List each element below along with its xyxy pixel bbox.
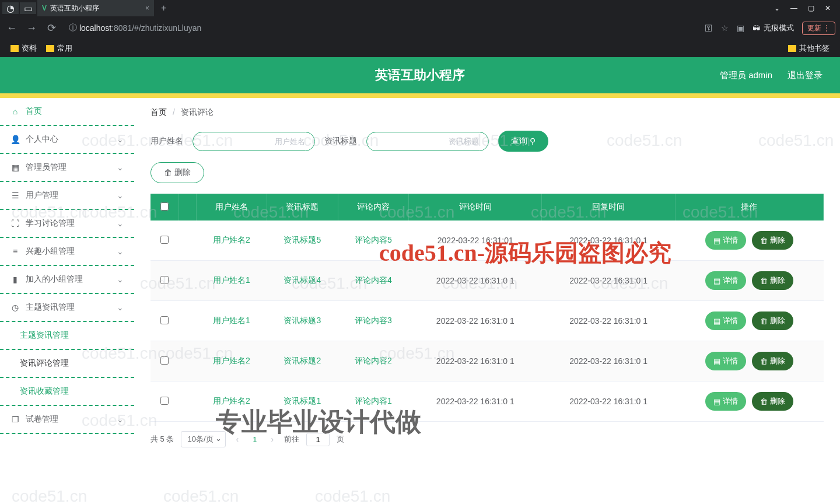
detail-button[interactable]: ▤ 详情 [705, 352, 746, 370]
extension-icon[interactable]: ▣ [737, 23, 744, 33]
th-index [178, 194, 196, 220]
breadcrumb-current: 资讯评论 [181, 107, 214, 117]
sidebar-item-joined[interactable]: ▮加入的小组管理⌄ [0, 266, 134, 294]
page-number[interactable]: 1 [249, 435, 260, 444]
logout-link[interactable]: 退出登录 [788, 70, 822, 81]
row-checkbox[interactable] [160, 356, 169, 365]
delete-button[interactable]: 🗑 删除 [752, 312, 793, 330]
update-button[interactable]: 更新 ⋮ [802, 22, 835, 35]
sidebar-item-discuss[interactable]: ⛶学习讨论管理⌄ [0, 210, 134, 238]
cell-user: 用户姓名2 [196, 382, 267, 422]
minimize-icon[interactable]: — [790, 4, 797, 12]
row-checkbox[interactable] [160, 276, 169, 284]
app-title: 英语互助小程序 [375, 66, 465, 84]
chevron-down-icon: ⌄ [117, 135, 124, 144]
row-checkbox[interactable] [160, 316, 169, 324]
detail-button[interactable]: ▤ 详情 [705, 312, 746, 330]
star-icon[interactable]: ☆ [721, 23, 729, 33]
tab-title: 英语互助小程序 [50, 4, 99, 13]
bookmark-item[interactable]: 资料 [10, 43, 37, 54]
cell-user: 用户姓名2 [196, 220, 267, 261]
page-input[interactable] [306, 433, 330, 446]
close-window-icon[interactable]: ✕ [825, 4, 831, 12]
new-tab-button[interactable]: + [161, 3, 166, 13]
other-bookmarks[interactable]: 其他书签 [788, 43, 830, 54]
chevron-down-icon: ⌄ [117, 163, 124, 172]
prev-page[interactable]: ‹ [233, 435, 243, 444]
submenu-comment-manage[interactable]: 资讯评论管理 [0, 350, 134, 378]
cell-title: 资讯标题2 [267, 341, 338, 382]
title-input[interactable] [366, 132, 489, 151]
bookmark-item[interactable]: 常用 [46, 43, 72, 54]
sidebar-item-admin[interactable]: ▦管理员管理⌄ [0, 154, 134, 182]
detail-button[interactable]: ▤ 详情 [705, 271, 746, 290]
vue-icon: V [42, 4, 47, 12]
sidebar-item-paper[interactable]: ❐试卷管理⌄ [0, 406, 134, 434]
key-icon[interactable]: ⚿ [705, 23, 713, 33]
search-label-title: 资讯标题 [324, 136, 357, 146]
close-icon[interactable]: × [145, 4, 149, 12]
search-label-username: 用户姓名 [150, 136, 183, 146]
tab-slot[interactable]: ▭ [20, 2, 36, 14]
doc-icon: ▤ [713, 357, 720, 366]
row-checkbox[interactable] [160, 236, 169, 244]
address-bar[interactable]: ⓘ localhost :8081 /#/zhutizixunLluyan [64, 23, 699, 33]
reload-button[interactable]: ⟳ [44, 22, 58, 34]
query-button[interactable]: 查询 ⚲ [498, 131, 548, 152]
submenu-favorite-manage[interactable]: 资讯收藏管理 [0, 378, 134, 406]
cell-rtime: 2022-03-22 16:31:0 1 [542, 301, 675, 341]
browser-tab-active[interactable]: V 英语互助小程序 × [37, 0, 154, 16]
sidebar-item-users[interactable]: ☰用户管理⌄ [0, 182, 134, 210]
cell-content: 评论内容1 [338, 382, 409, 422]
app-header: 英语互助小程序 管理员 admin 退出登录 [0, 57, 840, 93]
url-port: :8081 [111, 23, 132, 33]
cell-title: 资讯标题3 [267, 301, 338, 341]
table-row: 用户姓名2 资讯标题5 评论内容5 2022-03-22 16:31:01 20… [150, 220, 824, 261]
delete-button[interactable]: 🗑 删除 [752, 231, 793, 250]
search-row: 用户姓名 ○ 资讯标题 ○ 查询 ⚲ [150, 131, 824, 152]
breadcrumb-home[interactable]: 首页 [150, 107, 167, 117]
batch-delete-button[interactable]: 🗑 删除 [150, 162, 204, 183]
delete-button[interactable]: 🗑 删除 [752, 352, 793, 370]
browser-tabs: ◔ ▭ V 英语互助小程序 × + ⌄ — ▢ ✕ [0, 0, 840, 16]
th-checkbox [150, 194, 178, 220]
total-count: 共 5 条 [150, 434, 174, 444]
page-size-select[interactable]: 10条/页 ⌄ [181, 431, 225, 447]
th-username: 用户姓名 [196, 194, 267, 220]
th-title: 资讯标题 [267, 194, 338, 220]
detail-button[interactable]: ▤ 详情 [705, 231, 746, 250]
row-checkbox[interactable] [160, 397, 169, 405]
pagination: 共 5 条 10条/页 ⌄ ‹ 1 › 前往 页 [150, 431, 824, 447]
chevron-down-icon[interactable]: ⌄ [774, 4, 780, 12]
doc-icon: ▤ [713, 276, 720, 285]
delete-button[interactable]: 🗑 删除 [752, 392, 793, 411]
chevron-down-icon: ⌄ [117, 191, 124, 200]
maximize-icon[interactable]: ▢ [808, 4, 814, 12]
folder-icon [10, 45, 19, 52]
cell-user: 用户姓名1 [196, 261, 267, 301]
sidebar-item-home[interactable]: ⌂首页 [0, 98, 134, 126]
sidebar-item-group[interactable]: ≡兴趣小组管理⌄ [0, 238, 134, 266]
back-button[interactable]: ← [5, 22, 19, 34]
chevron-down-icon: ⌄ [117, 303, 124, 312]
doc-icon: ▤ [713, 397, 720, 406]
detail-button[interactable]: ▤ 详情 [705, 392, 746, 411]
home-icon: ⌂ [10, 107, 20, 116]
sidebar-item-profile[interactable]: 👤个人中心⌄ [0, 126, 134, 154]
tab-slot[interactable]: ◔ [2, 2, 19, 14]
sidebar-item-topic[interactable]: ◷主题资讯管理⌄ [0, 294, 134, 322]
user-label[interactable]: 管理员 admin [720, 70, 772, 81]
cell-title: 资讯标题1 [267, 382, 338, 422]
copy-icon: ❐ [10, 415, 20, 424]
folder-icon [788, 45, 796, 52]
username-input[interactable] [192, 132, 315, 151]
submenu-topic-manage[interactable]: 主题资讯管理 [0, 322, 134, 350]
url-path: /#/zhutizixunLluyan [132, 23, 201, 33]
select-all-checkbox[interactable] [160, 202, 169, 211]
trash-icon: 🗑 [760, 317, 768, 326]
forward-button[interactable]: → [24, 22, 38, 34]
delete-button[interactable]: 🗑 删除 [752, 271, 793, 290]
clock-icon: ◷ [10, 303, 20, 312]
cell-title: 资讯标题5 [267, 220, 338, 261]
next-page[interactable]: › [267, 435, 277, 444]
